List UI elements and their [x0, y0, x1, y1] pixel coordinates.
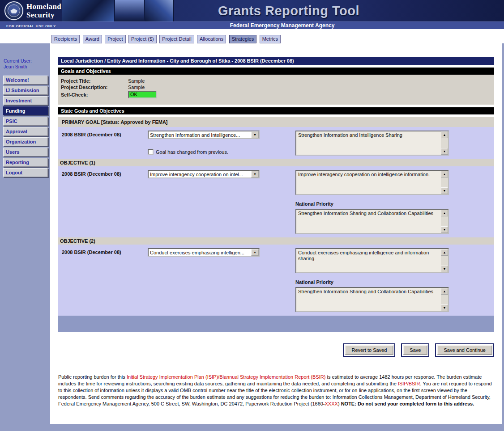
scroll-down-icon[interactable]: ▼ [441, 226, 448, 233]
tab-project-dollars[interactable]: Project ($) [128, 35, 157, 43]
tab-strategies[interactable]: Strategies [229, 35, 257, 43]
scrollbar-track[interactable] [441, 138, 448, 148]
isip-bsir-short-link[interactable]: ISIP/BSIR [398, 381, 420, 386]
objective-1-national-priority-text: Strengthen Information Sharing and Colla… [296, 210, 441, 233]
revert-button-frame: Revert to Saved [343, 343, 395, 357]
sidebar-item-logout[interactable]: Logout [3, 168, 48, 177]
tab-allocations[interactable]: Allocations [197, 35, 226, 43]
header-photo-collage [145, 0, 174, 21]
sidebar-item-investment[interactable]: Investment [3, 96, 48, 105]
current-user-name: Jean Smith [4, 64, 27, 69]
sidebar: Current User: Jean Smith Welcome! IJ Sub… [0, 43, 50, 424]
section-goals-and-objectives: Goals and Objectives [58, 68, 494, 75]
objective-2-national-priority-textarea[interactable]: Strengthen Information Sharing and Colla… [295, 287, 449, 312]
project-description-label: Project Description: [61, 85, 128, 90]
objective-1-national-priority-label: National Priority [295, 201, 450, 207]
scrollbar-track[interactable] [441, 256, 448, 266]
scrollbar[interactable]: ▲ ▼ [441, 131, 448, 155]
scrollbar-track[interactable] [441, 295, 448, 304]
scroll-up-icon[interactable]: ▲ [441, 288, 448, 295]
tab-bar: Recipients Award Project Project ($) Pro… [0, 29, 504, 43]
app-title: Grants Reporting Tool [218, 4, 359, 18]
disclaimer-text: Public reporting burden for this [58, 374, 127, 380]
sidebar-item-users[interactable]: Users [3, 148, 48, 156]
primary-goal-dropdown[interactable]: Strengthen Information and Intelligence.… [148, 131, 260, 139]
self-check-status-field: OK [128, 91, 157, 98]
homeland-security-wordmark: Homeland Security [26, 2, 61, 19]
scrollbar[interactable]: ▲ ▼ [441, 288, 448, 311]
scroll-up-icon[interactable]: ▲ [441, 249, 448, 256]
scroll-down-icon[interactable]: ▼ [441, 148, 448, 155]
current-user-label: Current User: [4, 58, 32, 63]
app-header: Homeland Security Grants Reporting Tool [0, 0, 504, 21]
wordmark-line2: Security [26, 11, 55, 19]
goal-changed-checkbox-label: Goal has changed from previous. [156, 149, 228, 155]
save-and-continue-button[interactable]: Save and Continue [437, 345, 492, 355]
primary-goal-panel: 2008 BSIR (December 08) Strengthen Infor… [58, 127, 494, 159]
scrollbar[interactable]: ▲ ▼ [441, 249, 448, 272]
scrollbar[interactable]: ▲ ▼ [441, 210, 448, 233]
dhs-seal-icon [4, 1, 23, 20]
sidebar-item-ij-submission[interactable]: IJ Submission [3, 86, 48, 95]
project-title-value: Sample [128, 78, 145, 84]
scroll-up-icon[interactable]: ▲ [441, 131, 448, 138]
revert-to-saved-button[interactable]: Revert to Saved [345, 345, 393, 355]
objective-2-header: OBJECTIVE (2) [58, 237, 494, 245]
scroll-down-icon[interactable]: ▼ [441, 187, 448, 194]
sidebar-item-funding[interactable]: Funding [3, 106, 48, 115]
wordmark-line1: Homeland [26, 2, 61, 11]
save-button[interactable]: Save [403, 345, 427, 355]
tab-award[interactable]: Award [83, 35, 102, 43]
objective-1-dropdown[interactable]: Improve interagency cooperation on intel… [148, 170, 260, 178]
scroll-down-icon[interactable]: ▼ [441, 304, 448, 311]
scroll-down-icon[interactable]: ▼ [441, 266, 448, 272]
objective-1-textarea[interactable]: Improve interagency cooperation on intel… [295, 170, 449, 195]
paperwork-burden-disclaimer: Public reporting burden for this Initial… [58, 374, 494, 407]
dropdown-arrow-icon[interactable]: ▼ [251, 249, 259, 256]
tab-recipients[interactable]: Recipients [51, 35, 80, 43]
content-area: Local Jurisdiction / Entity Award Inform… [50, 43, 502, 424]
objective-1-header: OBJECTIVE (1) [58, 159, 494, 166]
sidebar-item-approval[interactable]: Approval [3, 127, 48, 136]
fouo-label: FOR OFFICIAL USE ONLY [6, 24, 56, 28]
tab-project[interactable]: Project [105, 35, 125, 43]
self-check-label: Self-Check: [61, 92, 128, 97]
objective-2-national-priority-text: Strengthen Information Sharing and Colla… [296, 288, 441, 311]
dropdown-arrow-icon[interactable]: ▼ [251, 171, 259, 177]
objective-1-text: Improve interagency cooperation on intel… [296, 171, 441, 194]
objective-2-row-label: 2008 BSIR (December 08) [62, 248, 148, 312]
tab-metrics[interactable]: Metrics [260, 35, 281, 43]
project-info-panel: Project Title: Sample Project Descriptio… [58, 75, 494, 105]
sidebar-item-psic[interactable]: PSIC [3, 117, 48, 126]
dropdown-arrow-icon[interactable]: ▼ [251, 131, 259, 138]
header-photo-collage [115, 0, 145, 21]
disclaimer-text: ) [338, 401, 341, 406]
tab-project-detail[interactable]: Project Detail [159, 35, 194, 43]
omb-number-link[interactable]: XXXX [325, 401, 338, 406]
objective-1-national-priority-textarea[interactable]: Strengthen Information Sharing and Colla… [295, 209, 449, 234]
page-title: Local Jurisdiction / Entity Award Inform… [58, 57, 494, 65]
section-state-goals-and-objectives: State Goals and Objectives [58, 107, 494, 114]
primary-goal-header: PRIMARY GOAL [Status: Approved by FEMA] [58, 117, 494, 127]
sidebar-item-organization[interactable]: Organization [3, 137, 48, 146]
project-description-value: Sample [128, 85, 145, 90]
objective-1-panel: 2008 BSIR (December 08) Improve interage… [58, 166, 494, 237]
disclaimer-note: NOTE: Do not send your completed form to… [341, 401, 474, 406]
form-footer-strip [58, 316, 494, 332]
agency-subtitle: Federal Emergency Management Agency [0, 22, 504, 30]
scroll-up-icon[interactable]: ▲ [441, 210, 448, 216]
save-button-frame: Save [401, 343, 429, 357]
sidebar-item-welcome[interactable]: Welcome! [3, 76, 48, 85]
scrollbar[interactable]: ▲ ▼ [441, 171, 448, 194]
objective-2-textarea[interactable]: Conduct exercises emphasizing intelligen… [295, 248, 449, 273]
objective-2-dropdown[interactable]: Conduct exercises emphasizing intelligen… [148, 248, 260, 257]
isip-bsir-link[interactable]: Initial Strategy Implementation Plan (IS… [127, 374, 326, 380]
primary-goal-textarea[interactable]: Strengthen Information and Intelligence … [295, 131, 449, 156]
save-and-continue-button-frame: Save and Continue [435, 343, 494, 357]
goal-changed-checkbox[interactable] [148, 149, 154, 155]
scrollbar-track[interactable] [441, 216, 448, 226]
header-subbar: FOR OFFICIAL USE ONLY Federal Emergency … [0, 21, 504, 29]
sidebar-item-reporting[interactable]: Reporting [3, 158, 48, 167]
scroll-up-icon[interactable]: ▲ [441, 171, 448, 177]
scrollbar-track[interactable] [441, 177, 448, 187]
